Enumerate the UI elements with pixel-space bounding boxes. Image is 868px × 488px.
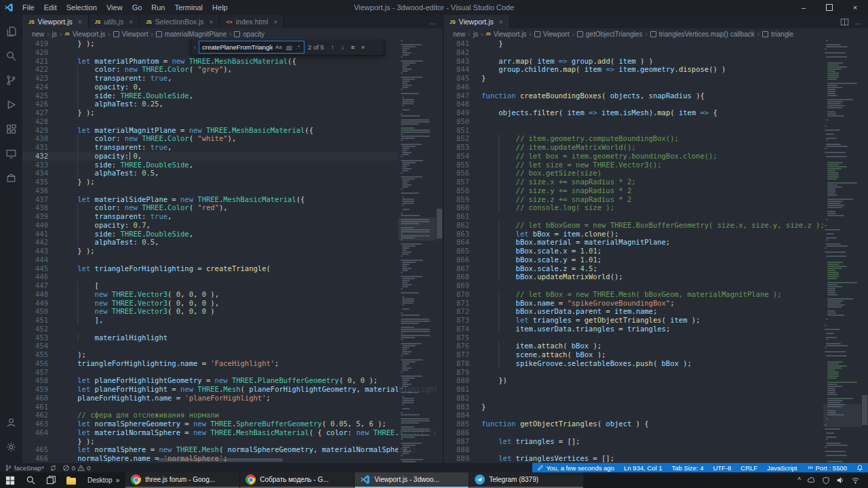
- extensions-icon[interactable]: [0, 117, 22, 141]
- maximize-button[interactable]: [816, 0, 842, 15]
- code-line[interactable]: 465let normalSphere = new THREE.Mesh( no…: [22, 445, 436, 454]
- eol-item[interactable]: CRLF: [736, 463, 762, 472]
- code-line[interactable]: 451],: [22, 316, 436, 325]
- tab-close-icon[interactable]: ×: [78, 18, 82, 26]
- line-number[interactable]: 460: [22, 394, 56, 403]
- line-number[interactable]: 450: [22, 307, 56, 316]
- code-line[interactable]: 876item.attach( bBox );: [443, 342, 861, 350]
- line-number[interactable]: 856: [443, 169, 477, 178]
- code-line[interactable]: 422color: new THREE.Color( "grey"),: [22, 65, 436, 74]
- line-number[interactable]: 463: [22, 420, 56, 428]
- line-number[interactable]: 885: [443, 420, 477, 428]
- line-number[interactable]: 857: [443, 178, 477, 186]
- git-branch-item[interactable]: faceSnap*: [5, 464, 44, 472]
- line-number[interactable]: 448: [22, 290, 56, 299]
- code-line[interactable]: 431transparent: true,: [22, 143, 436, 152]
- tab-size-item[interactable]: Tab Size: 4: [667, 463, 708, 472]
- breadcrumb-item[interactable]: js: [473, 30, 478, 38]
- code-line[interactable]: 873let triangles = getObjectTriangles( i…: [443, 316, 861, 325]
- scrollbar-vertical-right[interactable]: [861, 39, 868, 463]
- tab-close-icon[interactable]: ×: [210, 18, 214, 26]
- line-number[interactable]: 859: [443, 195, 477, 204]
- find-query[interactable]: createPlaneFromTriangle: [202, 43, 273, 51]
- code-left[interactable]: 419} );420421let materialPhantom = new T…: [22, 39, 436, 463]
- line-number[interactable]: 882: [443, 394, 477, 403]
- menu-file[interactable]: File: [18, 0, 39, 15]
- line-number[interactable]: 431: [22, 143, 56, 152]
- taskbar-app-chrome-threejs[interactable]: three.js forum - Goog...: [125, 472, 239, 488]
- account-icon[interactable]: [0, 410, 22, 434]
- code-line[interactable]: 843arr.map( item => group.add( item ) ): [443, 57, 861, 66]
- code-line[interactable]: 870// let bBox = new THREE.Mesh( bBoxGeo…: [443, 290, 861, 299]
- errors-item[interactable]: 0 0: [62, 464, 91, 472]
- find-next-icon[interactable]: ↓: [338, 43, 348, 51]
- line-number[interactable]: 865: [443, 247, 477, 256]
- line-number[interactable]: 424: [22, 83, 56, 92]
- line-number[interactable]: 447: [22, 281, 56, 290]
- code-line[interactable]: 874item.userData.triangles = triangles;: [443, 325, 861, 333]
- editor-left[interactable]: › createPlaneFromTriangle Aa ab .* 2 of …: [22, 39, 443, 463]
- line-number[interactable]: 879: [443, 368, 477, 377]
- line-number[interactable]: 461: [22, 403, 56, 411]
- code-line[interactable]: 439transparent: true,: [22, 212, 436, 221]
- remote-explorer-icon[interactable]: [0, 141, 22, 165]
- code-line[interactable]: 424opacity: 0,: [22, 83, 436, 92]
- code-line[interactable]: 857// size.x += snapRadius * 2;: [443, 178, 861, 186]
- code-line[interactable]: 866bBox.scale.y = 1.01;: [443, 256, 861, 264]
- live-server-port-item[interactable]: Port : 5500: [802, 463, 852, 472]
- code-line[interactable]: 433side: THREE.DoubleSide,: [22, 161, 436, 169]
- code-line[interactable]: 879: [443, 368, 861, 377]
- line-number[interactable]: 871: [443, 299, 477, 308]
- menu-view[interactable]: View: [102, 0, 127, 15]
- code-line[interactable]: 853// item.updateMatrixWorld();: [443, 143, 861, 152]
- code-line[interactable]: 859// size.z += snapRadius * 2: [443, 195, 861, 204]
- line-number[interactable]: 889: [443, 454, 477, 463]
- tab-close-icon[interactable]: ×: [499, 18, 503, 26]
- line-number[interactable]: 880: [443, 376, 477, 385]
- line-number[interactable]: 459: [22, 385, 56, 394]
- line-number[interactable]: 888: [443, 445, 477, 454]
- code-line[interactable]: 427} );: [22, 108, 436, 117]
- line-number[interactable]: 443: [22, 247, 56, 256]
- code-line[interactable]: 445let triangleForHighlighting = createT…: [22, 264, 436, 273]
- line-number[interactable]: 434: [22, 169, 56, 178]
- code-line[interactable]: 862// let bBoxGeom = new THREE.BoxBuffer…: [443, 221, 861, 230]
- line-number[interactable]: 445: [22, 264, 56, 273]
- line-number[interactable]: 846: [443, 83, 477, 92]
- code-line[interactable]: 883}: [443, 403, 861, 411]
- code-line[interactable]: 842: [443, 48, 861, 57]
- line-number[interactable]: 854: [443, 152, 477, 161]
- line-number[interactable]: 446: [22, 272, 56, 281]
- settings-gear-icon[interactable]: [0, 434, 22, 459]
- code-line[interactable]: 846: [443, 83, 861, 92]
- file-explorer-icon[interactable]: [61, 472, 81, 488]
- line-number[interactable]: 426: [22, 100, 56, 108]
- taskbar-app-telegram[interactable]: Telegram (8379): [469, 472, 583, 488]
- code-line[interactable]: 423transparent: true,: [22, 74, 436, 83]
- line-number[interactable]: 433: [22, 161, 56, 169]
- line-number[interactable]: 886: [443, 428, 477, 437]
- line-number[interactable]: 844: [443, 65, 477, 74]
- line-number[interactable]: 465: [22, 445, 56, 454]
- breadcrumb-item[interactable]: new: [32, 30, 44, 38]
- line-number[interactable]: 441: [22, 230, 56, 239]
- code-line[interactable]: 861: [443, 212, 861, 221]
- task-view-icon[interactable]: [41, 472, 61, 488]
- line-number[interactable]: 458: [22, 376, 56, 385]
- code-line[interactable]: 847function createBoundingBoxes( objects…: [443, 92, 861, 100]
- whole-word-icon[interactable]: ab: [285, 44, 294, 50]
- code-line[interactable]: 867bBox.scale.z = 4.5;: [443, 264, 861, 273]
- taskbar-app-chrome-model[interactable]: Собрать модель - G...: [240, 472, 354, 488]
- code-line[interactable]: 460planeForHighlight.name = 'planeForHig…: [22, 394, 436, 403]
- code-line[interactable]: 452: [22, 325, 436, 333]
- line-number[interactable]: 435: [22, 178, 56, 186]
- code-line[interactable]: 871bBox.name = "spikeGrooveBoundingBox";: [443, 299, 861, 308]
- code-line[interactable]: 875: [443, 333, 861, 342]
- tray-shield-icon[interactable]: [822, 476, 830, 485]
- line-number[interactable]: 845: [443, 74, 477, 83]
- toggle-replace-icon[interactable]: ›: [191, 44, 199, 51]
- line-number[interactable]: 872: [443, 307, 477, 316]
- line-number[interactable]: 452: [22, 325, 56, 333]
- code-line[interactable]: 429let materialMagnitPlane = new THREE.M…: [22, 126, 436, 135]
- code-line[interactable]: 887let triangles = [];: [443, 437, 861, 446]
